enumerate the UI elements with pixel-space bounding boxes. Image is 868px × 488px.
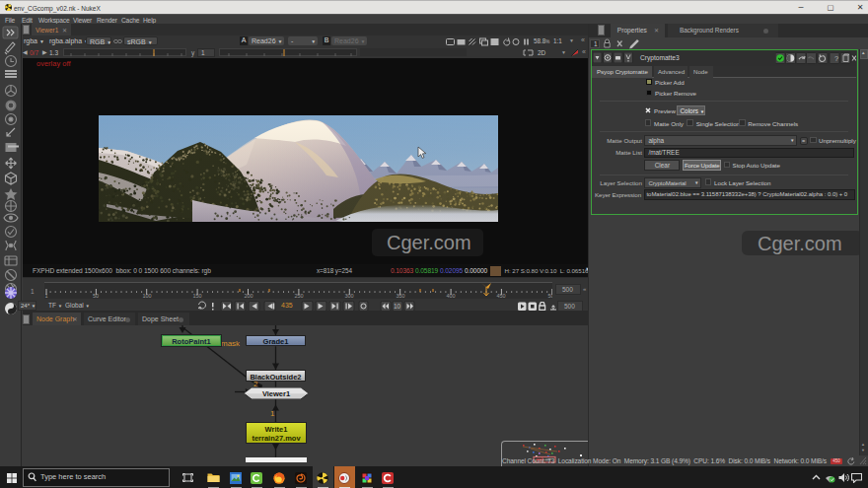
- svg-text:200: 200: [244, 293, 253, 299]
- svg-text:mask: mask: [221, 339, 241, 348]
- svg-text:400: 400: [446, 293, 455, 299]
- svg-text:350: 350: [396, 293, 404, 299]
- svg-text:50: 50: [93, 293, 99, 299]
- svg-text:500: 500: [547, 293, 552, 299]
- svg-text:150: 150: [192, 293, 201, 299]
- svg-text:Viewer1: Viewer1: [262, 389, 290, 398]
- svg-text:250: 250: [294, 293, 303, 299]
- svg-text:300: 300: [344, 293, 353, 299]
- svg-text:100: 100: [142, 293, 151, 299]
- svg-text:1: 1: [44, 293, 47, 299]
- svg-text:1: 1: [270, 409, 275, 418]
- svg-text:?: ?: [834, 54, 838, 63]
- svg-text:450: 450: [496, 293, 505, 299]
- svg-text:10: 10: [394, 303, 401, 310]
